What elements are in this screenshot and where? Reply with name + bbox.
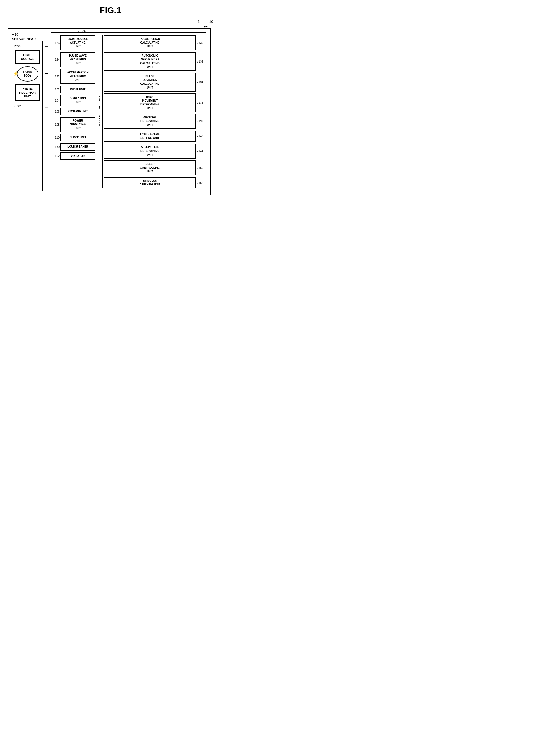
ref-202-bracket: ⌐ <box>14 44 16 48</box>
controlling-unit-inner: CONTROLLING UNIT <box>97 35 102 188</box>
unit-122-label: ACCELERATION MEASURING UNIT <box>67 71 88 81</box>
unit-108-label: POWER SUPPLYING UNIT <box>70 119 86 130</box>
unit-160-label: LOUDSPEAKER <box>67 145 88 148</box>
unit-162-box: VIBRATOR <box>60 152 95 160</box>
ref-144: ↙144 <box>196 150 204 153</box>
unit-136-row: BODY MOVEMENT DETERMINING UNIT ↙136 <box>104 93 204 112</box>
photo-receptor-box: PHOTO- RECEPTOR UNIT <box>15 84 40 101</box>
ref-138: ↙138 <box>196 120 204 123</box>
ref-204: 204 <box>16 104 21 107</box>
controlling-unit-label: CONTROLLING UNIT <box>98 95 101 128</box>
light-source-label: LIGHT SOURCE <box>21 53 34 60</box>
figure-title: FIG.1 <box>8 5 213 15</box>
unit-122-row: 122 ACCELERATION MEASURING UNIT <box>53 69 95 84</box>
ref-10: 10 <box>209 19 213 24</box>
ref-1: 1 <box>198 19 200 24</box>
unit-134-row: PULSE DEVIATION CALCULATING UNIT ↙134 <box>104 73 204 91</box>
unit-130-label: PULSE PERIOD CALCULATING UNIT <box>140 37 160 48</box>
unit-160-box: LOUDSPEAKER <box>60 143 95 151</box>
unit-136-label: BODY MOVEMENT DETERMINING UNIT <box>141 95 159 110</box>
unit-126-label: LIGHT SOURCE ACTUATING UNIT <box>68 37 88 48</box>
unit-130-row: PULSE PERIOD CALCULATING UNIT ↙130 <box>104 35 204 50</box>
unit-104-row: 104 DISPLAYING UNIT <box>53 95 95 106</box>
unit-140-row: CYCLE FRAME SETTING UNIT ↙140 <box>104 131 204 142</box>
unit-132-label: AUTONOMIC NERVE INDEX CALCULATING UNIT <box>140 54 159 69</box>
ref-150: ↙150 <box>196 166 204 169</box>
unit-126-row: 126 LIGHT SOURCE ACTUATING UNIT <box>53 35 95 50</box>
unit-124-row: 124 PULSE WAVE MEASURING UNIT <box>53 52 95 67</box>
ref-108: 108 <box>53 123 60 126</box>
unit-144-label: SLEEP STATE DETERMINING UNIT <box>141 146 159 156</box>
unit-150-row: SLEEP CONTROLLING UNIT ↙150 <box>104 160 204 175</box>
unit-126-box: LIGHT SOURCE ACTUATING UNIT <box>60 35 95 50</box>
ref-162: 162 <box>53 155 60 158</box>
unit-130-box: PULSE PERIOD CALCULATING UNIT <box>104 35 196 50</box>
unit-124-label: PULSE WAVE MEASURING UNIT <box>69 54 87 65</box>
unit-144-box: SLEEP STATE DETERMINING UNIT <box>104 144 196 159</box>
unit-144-row: SLEEP STATE DETERMINING UNIT ↙144 <box>104 144 204 159</box>
unit-136-box: BODY MOVEMENT DETERMINING UNIT <box>104 93 196 112</box>
ref-110: 110 <box>53 136 60 139</box>
unit-152-label: STIMULUS APPLYING UNIT <box>140 179 160 186</box>
unit-106-box: STORAGE UNIT <box>60 108 95 116</box>
ref-202: 202 <box>16 44 21 48</box>
unit-104-label: DISPLAYING UNIT <box>70 97 86 104</box>
unit-140-label: CYCLE FRAME SETTING UNIT <box>140 133 160 140</box>
unit-138-box: AROUSAL DETERMINING UNIT <box>104 114 196 129</box>
ref-136: ↙136 <box>196 101 204 104</box>
left-column: 126 LIGHT SOURCE ACTUATING UNIT 124 PULS… <box>53 35 95 188</box>
living-body-box: LIVING BODY <box>17 66 38 81</box>
ref-20-bracket: ⌐ <box>12 32 14 36</box>
ref-106: 106 <box>53 110 60 113</box>
sensor-lines-svg <box>45 32 49 191</box>
unit-110-label: CLOCK UNIT <box>70 136 86 139</box>
ref-160: 160 <box>53 145 60 148</box>
living-body-label: LIVING BODY <box>23 70 32 77</box>
unit-160-row: 160 LOUDSPEAKER <box>53 143 95 151</box>
ref-102: 102 <box>53 88 60 91</box>
unit-132-row: AUTONOMIC NERVE INDEX CALCULATING UNIT ↙… <box>104 52 204 71</box>
right-column: PULSE PERIOD CALCULATING UNIT ↙130 AUTON… <box>104 35 204 188</box>
main-panel: ⌐120 126 LIGHT SOURCE ACTUATING UNIT 124… <box>51 32 206 191</box>
unit-106-row: 106 STORAGE UNIT <box>53 108 95 116</box>
unit-104-box: DISPLAYING UNIT <box>60 95 95 106</box>
sensor-head-title-row: ⌐ 20 <box>12 32 43 36</box>
light-source-box: LIGHT SOURCE <box>15 50 40 64</box>
unit-138-label: AROUSAL DETERMINING UNIT <box>141 116 159 127</box>
ref-152: ↙152 <box>196 181 204 184</box>
unit-110-box: CLOCK UNIT <box>60 134 95 141</box>
sensor-inner-box: ⌐ 202 LIGHT SOURCE ⚡ LIVING BODY PHOTO- … <box>12 41 43 191</box>
page-container: FIG.1 1 ↙ 10 ⌐ 20 SENSOR HEAD ⌐ 202 LIGH… <box>8 5 213 196</box>
unit-134-box: PULSE DEVIATION CALCULATING UNIT <box>104 73 196 91</box>
unit-162-label: VIBRATOR <box>71 154 85 157</box>
unit-150-box: SLEEP CONTROLLING UNIT <box>104 160 196 175</box>
unit-150-label: SLEEP CONTROLLING UNIT <box>140 162 160 173</box>
unit-108-box: POWER SUPPLYING UNIT <box>60 117 95 132</box>
ref-20-label: 20 <box>15 33 18 36</box>
unit-108-row: 108 POWER SUPPLYING UNIT <box>53 117 95 132</box>
unit-138-row: AROUSAL DETERMINING UNIT ↙138 <box>104 114 204 129</box>
unit-140-box: CYCLE FRAME SETTING UNIT <box>104 131 196 142</box>
unit-124-box: PULSE WAVE MEASURING UNIT <box>60 52 95 67</box>
living-body-area: ⚡ LIVING BODY <box>17 66 38 81</box>
unit-152-row: STIMULUS APPLYING UNIT ↙152 <box>104 177 204 188</box>
unit-102-row: 102 INPUT UNIT <box>53 86 95 93</box>
unit-102-label: INPUT UNIT <box>70 88 85 91</box>
ref-104: 104 <box>53 99 60 102</box>
panel-120-label: ⌐120 <box>78 29 86 33</box>
sensor-connections <box>45 32 49 191</box>
ref-132: ↙132 <box>196 60 204 63</box>
ref-130: ↙130 <box>196 42 204 45</box>
unit-132-box: AUTONOMIC NERVE INDEX CALCULATING UNIT <box>104 52 196 71</box>
ref-120: 120 <box>80 29 86 33</box>
unit-152-box: STIMULUS APPLYING UNIT <box>104 177 196 188</box>
outer-main-box: ⌐ 20 SENSOR HEAD ⌐ 202 LIGHT SOURCE ⚡ LI… <box>8 28 211 196</box>
ref-126: 126 <box>53 42 60 45</box>
unit-134-label: PULSE DEVIATION CALCULATING UNIT <box>140 75 159 89</box>
sensor-area: ⌐ 20 SENSOR HEAD ⌐ 202 LIGHT SOURCE ⚡ LI… <box>12 32 43 191</box>
ref-134: ↙134 <box>196 81 204 84</box>
lightning-icon: ⚡ <box>12 71 18 77</box>
ref-204-bracket: ⌐ <box>14 104 16 108</box>
controlling-unit-column: CONTROLLING UNIT <box>97 35 102 188</box>
unit-102-box: INPUT UNIT <box>60 86 95 93</box>
